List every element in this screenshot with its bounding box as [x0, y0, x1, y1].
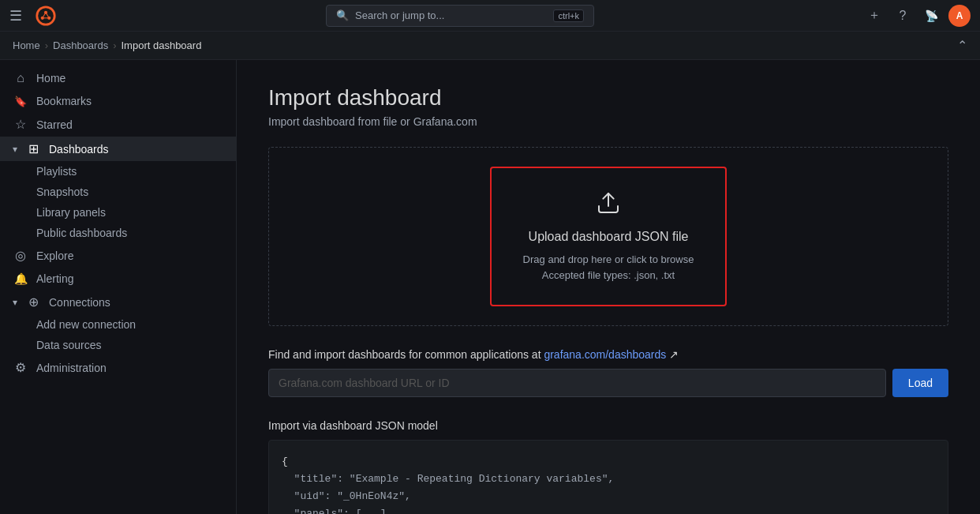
connections-icon: ⊕	[25, 295, 41, 310]
upload-title: Upload dashboard JSON file	[529, 230, 689, 244]
sidebar-item-starred[interactable]: ☆ Starred	[0, 112, 236, 137]
starred-icon: ☆	[13, 117, 28, 132]
breadcrumb-sep-1: ›	[45, 39, 48, 51]
expand-icon: ▾	[13, 144, 17, 155]
snapshots-label: Snapshots	[36, 186, 88, 198]
sidebar: ⌂ Home 🔖 Bookmarks ☆ Starred ▾ ⊞ Dashboa…	[0, 60, 237, 514]
breadcrumb: Home › Dashboards › Import dashboard ⌃	[0, 32, 980, 60]
sidebar-item-administration[interactable]: ⚙ Administration	[0, 355, 236, 380]
search-area: 🔍 Search or jump to... ctrl+k	[66, 5, 854, 27]
upload-hint: Drag and drop here or click to browse Ac…	[523, 252, 694, 283]
sidebar-item-connections[interactable]: ▾ ⊕ Connections	[0, 290, 236, 314]
add-button[interactable]: ＋	[863, 5, 885, 27]
search-icon: 🔍	[336, 9, 349, 21]
sidebar-item-dashboards[interactable]: ▾ ⊞ Dashboards	[0, 137, 236, 161]
add-connection-label: Add new connection	[36, 318, 136, 331]
sidebar-sub-playlists[interactable]: Playlists	[0, 161, 236, 182]
page-subtitle: Import dashboard from file or Grafana.co…	[268, 115, 948, 128]
explore-icon: ◎	[13, 248, 28, 263]
user-avatar[interactable]: A	[948, 5, 971, 27]
news-icon: 📡	[925, 9, 938, 22]
breadcrumb-sep-2: ›	[113, 39, 116, 51]
sidebar-item-home[interactable]: ⌂ Home	[0, 66, 236, 90]
news-button[interactable]: 📡	[920, 5, 942, 27]
svg-point-1	[38, 8, 54, 24]
breadcrumb-current: Import dashboard	[121, 39, 201, 51]
sidebar-item-alerting[interactable]: 🔔 Alerting	[0, 268, 236, 290]
json-section-label: Import via dashboard JSON model	[268, 419, 948, 432]
main-content: Import dashboard Import dashboard from f…	[237, 60, 980, 514]
playlists-label: Playlists	[36, 165, 77, 178]
upload-box[interactable]: Upload dashboard JSON file Drag and drop…	[490, 167, 728, 306]
sidebar-item-explore[interactable]: ◎ Explore	[0, 243, 236, 268]
upload-icon	[596, 190, 621, 222]
breadcrumb-dashboards[interactable]: Dashboards	[53, 39, 108, 51]
library-panels-label: Library panels	[36, 206, 106, 219]
json-model-box[interactable]: { "title": "Example - Repeating Dictiona…	[268, 440, 948, 514]
sidebar-label-home: Home	[36, 72, 65, 84]
sidebar-label-explore: Explore	[36, 249, 73, 262]
sidebar-sub-data-sources[interactable]: Data sources	[0, 335, 236, 355]
main-layout: ⌂ Home 🔖 Bookmarks ☆ Starred ▾ ⊞ Dashboa…	[0, 60, 980, 514]
url-row: Load	[268, 369, 948, 397]
load-button[interactable]: Load	[892, 369, 948, 397]
topbar: ☰ 🔍 Search or jump to... ctrl+k ＋ ? 📡 A	[0, 0, 980, 32]
breadcrumb-collapse-btn[interactable]: ⌃	[957, 38, 967, 53]
bookmarks-icon: 🔖	[13, 96, 28, 107]
sidebar-label-bookmarks: Bookmarks	[36, 95, 92, 107]
data-sources-label: Data sources	[36, 339, 101, 351]
sidebar-label-starred: Starred	[36, 118, 73, 131]
sidebar-sub-library-panels[interactable]: Library panels	[0, 202, 236, 223]
help-button[interactable]: ?	[892, 5, 914, 27]
sidebar-sub-snapshots[interactable]: Snapshots	[0, 182, 236, 202]
sidebar-label-dashboards: Dashboards	[49, 143, 109, 156]
sidebar-sub-public-dashboards[interactable]: Public dashboards	[0, 223, 236, 243]
grafana-link[interactable]: grafana.com/dashboards	[544, 348, 666, 361]
connections-expand-icon: ▾	[13, 297, 17, 308]
dashboards-icon: ⊞	[25, 141, 41, 156]
search-box[interactable]: 🔍 Search or jump to... ctrl+k	[326, 5, 594, 27]
plus-icon: ＋	[868, 7, 881, 24]
menu-icon[interactable]: ☰	[9, 7, 22, 24]
grafana-logo	[35, 5, 57, 27]
sidebar-item-bookmarks[interactable]: 🔖 Bookmarks	[0, 90, 236, 112]
sidebar-label-administration: Administration	[36, 362, 107, 374]
sidebar-label-connections: Connections	[49, 296, 110, 309]
find-import-label: Find and import dashboards for common ap…	[268, 348, 948, 361]
public-dashboards-label: Public dashboards	[36, 227, 127, 239]
alerting-icon: 🔔	[13, 272, 28, 285]
admin-icon: ⚙	[13, 360, 28, 375]
breadcrumb-home[interactable]: Home	[13, 39, 40, 51]
topbar-actions: ＋ ? 📡 A	[863, 5, 971, 27]
page-title: Import dashboard	[268, 85, 948, 111]
help-icon: ?	[900, 9, 907, 23]
search-placeholder: Search or jump to...	[355, 9, 444, 21]
grafana-url-input[interactable]	[268, 369, 886, 397]
home-icon: ⌂	[13, 71, 28, 85]
sidebar-sub-add-connection[interactable]: Add new connection	[0, 314, 236, 335]
sidebar-label-alerting: Alerting	[36, 272, 73, 285]
search-shortcut: ctrl+k	[553, 9, 584, 22]
upload-area-outer: Upload dashboard JSON file Drag and drop…	[268, 147, 948, 326]
